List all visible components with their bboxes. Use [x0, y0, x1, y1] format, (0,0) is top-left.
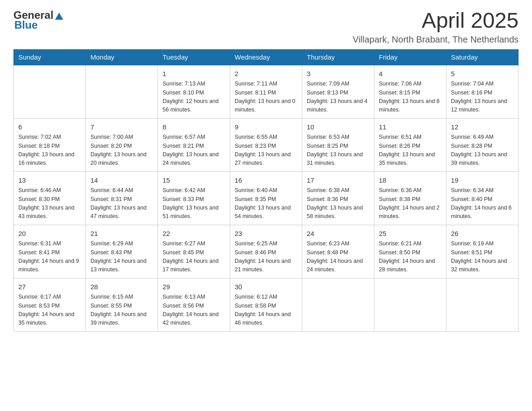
day-number: 20 — [18, 229, 81, 239]
day-info: Sunrise: 6:34 AMSunset: 8:40 PMDaylight:… — [451, 186, 514, 221]
calendar-cell: 18Sunrise: 6:36 AMSunset: 8:38 PMDayligh… — [374, 171, 446, 225]
calendar-cell: 12Sunrise: 6:49 AMSunset: 8:28 PMDayligh… — [446, 118, 519, 171]
header-day-saturday: Saturday — [446, 49, 519, 65]
day-info: Sunrise: 6:13 AMSunset: 8:56 PMDaylight:… — [163, 293, 225, 328]
day-info: Sunrise: 6:25 AMSunset: 8:46 PMDaylight:… — [235, 240, 297, 274]
calendar-cell: 7Sunrise: 7:00 AMSunset: 8:20 PMDaylight… — [86, 118, 158, 171]
calendar-cell: 20Sunrise: 6:31 AMSunset: 8:41 PMDayligh… — [14, 225, 86, 278]
logo: General Blue — [13, 9, 64, 31]
day-number: 15 — [163, 176, 225, 186]
day-info: Sunrise: 7:02 AMSunset: 8:18 PMDaylight:… — [18, 133, 81, 168]
day-info: Sunrise: 6:23 AMSunset: 8:48 PMDaylight:… — [307, 240, 369, 274]
week-row-3: 13Sunrise: 6:46 AMSunset: 8:30 PMDayligh… — [14, 171, 519, 225]
calendar-cell: 14Sunrise: 6:44 AMSunset: 8:31 PMDayligh… — [86, 171, 158, 225]
day-info: Sunrise: 6:49 AMSunset: 8:28 PMDaylight:… — [451, 133, 514, 168]
day-info: Sunrise: 6:51 AMSunset: 8:26 PMDaylight:… — [379, 133, 442, 168]
day-info: Sunrise: 6:46 AMSunset: 8:30 PMDaylight:… — [18, 186, 81, 221]
calendar-cell: 1Sunrise: 7:13 AMSunset: 8:10 PMDaylight… — [158, 65, 230, 119]
logo-triangle-icon — [54, 11, 64, 21]
day-number: 22 — [163, 229, 225, 239]
calendar-cell: 4Sunrise: 7:06 AMSunset: 8:15 PMDaylight… — [374, 65, 446, 119]
calendar-cell: 28Sunrise: 6:15 AMSunset: 8:55 PMDayligh… — [86, 278, 158, 331]
svg-marker-0 — [55, 13, 63, 20]
title-section: April 2025 Villapark, North Brabant, The… — [352, 9, 519, 45]
header-day-sunday: Sunday — [14, 49, 86, 65]
calendar-cell: 5Sunrise: 7:04 AMSunset: 8:16 PMDaylight… — [446, 65, 519, 119]
calendar-cell: 27Sunrise: 6:17 AMSunset: 8:53 PMDayligh… — [14, 278, 86, 331]
calendar-body: 1Sunrise: 7:13 AMSunset: 8:10 PMDaylight… — [14, 65, 519, 332]
calendar-cell — [374, 278, 446, 331]
calendar-cell: 3Sunrise: 7:09 AMSunset: 8:13 PMDaylight… — [302, 65, 374, 119]
day-info: Sunrise: 6:36 AMSunset: 8:38 PMDaylight:… — [379, 186, 442, 221]
day-number: 29 — [163, 282, 225, 292]
month-title: April 2025 — [352, 9, 519, 33]
day-number: 14 — [90, 176, 153, 186]
calendar-cell: 21Sunrise: 6:29 AMSunset: 8:43 PMDayligh… — [86, 225, 158, 278]
calendar-cell — [302, 278, 374, 331]
calendar-cell: 24Sunrise: 6:23 AMSunset: 8:48 PMDayligh… — [302, 225, 374, 278]
day-info: Sunrise: 6:19 AMSunset: 8:51 PMDaylight:… — [451, 240, 514, 274]
calendar-cell: 19Sunrise: 6:34 AMSunset: 8:40 PMDayligh… — [446, 171, 519, 225]
day-number: 5 — [451, 69, 514, 79]
location-title: Villapark, North Brabant, The Netherland… — [352, 34, 519, 45]
day-number: 30 — [235, 282, 297, 292]
day-info: Sunrise: 6:38 AMSunset: 8:36 PMDaylight:… — [307, 186, 369, 221]
header-row: SundayMondayTuesdayWednesdayThursdayFrid… — [14, 49, 519, 65]
day-number: 23 — [235, 229, 297, 239]
day-number: 21 — [90, 229, 153, 239]
calendar-table: SundayMondayTuesdayWednesdayThursdayFrid… — [13, 49, 519, 332]
day-number: 16 — [235, 176, 297, 186]
day-info: Sunrise: 6:27 AMSunset: 8:45 PMDaylight:… — [163, 240, 225, 274]
calendar-cell: 29Sunrise: 6:13 AMSunset: 8:56 PMDayligh… — [158, 278, 230, 331]
day-number: 11 — [379, 122, 442, 133]
calendar-cell: 2Sunrise: 7:11 AMSunset: 8:11 PMDaylight… — [230, 65, 302, 119]
header-day-wednesday: Wednesday — [230, 49, 302, 65]
calendar-cell: 22Sunrise: 6:27 AMSunset: 8:45 PMDayligh… — [158, 225, 230, 278]
day-number: 26 — [451, 229, 514, 239]
day-info: Sunrise: 7:11 AMSunset: 8:11 PMDaylight:… — [235, 80, 297, 115]
header-day-monday: Monday — [86, 49, 158, 65]
day-number: 6 — [18, 122, 81, 133]
header-day-thursday: Thursday — [302, 49, 374, 65]
day-info: Sunrise: 6:17 AMSunset: 8:53 PMDaylight:… — [18, 293, 81, 328]
calendar-cell — [86, 65, 158, 119]
day-info: Sunrise: 7:00 AMSunset: 8:20 PMDaylight:… — [90, 133, 153, 168]
day-number: 12 — [451, 122, 514, 133]
calendar-cell — [14, 65, 86, 119]
day-info: Sunrise: 6:15 AMSunset: 8:55 PMDaylight:… — [90, 293, 153, 328]
week-row-1: 1Sunrise: 7:13 AMSunset: 8:10 PMDaylight… — [14, 65, 519, 119]
logo-blue-text: Blue — [14, 19, 38, 31]
day-info: Sunrise: 6:53 AMSunset: 8:25 PMDaylight:… — [307, 133, 369, 168]
calendar-cell: 11Sunrise: 6:51 AMSunset: 8:26 PMDayligh… — [374, 118, 446, 171]
day-number: 8 — [163, 122, 225, 133]
day-number: 25 — [379, 229, 442, 239]
week-row-5: 27Sunrise: 6:17 AMSunset: 8:53 PMDayligh… — [14, 278, 519, 331]
day-info: Sunrise: 7:09 AMSunset: 8:13 PMDaylight:… — [307, 80, 369, 115]
calendar-cell: 8Sunrise: 6:57 AMSunset: 8:21 PMDaylight… — [158, 118, 230, 171]
day-info: Sunrise: 6:31 AMSunset: 8:41 PMDaylight:… — [18, 240, 81, 274]
day-info: Sunrise: 6:44 AMSunset: 8:31 PMDaylight:… — [90, 186, 153, 221]
day-number: 2 — [235, 69, 297, 79]
day-info: Sunrise: 6:21 AMSunset: 8:50 PMDaylight:… — [379, 240, 442, 274]
day-number: 13 — [18, 176, 81, 186]
calendar-cell — [446, 278, 519, 331]
calendar-cell: 15Sunrise: 6:42 AMSunset: 8:33 PMDayligh… — [158, 171, 230, 225]
calendar-cell: 16Sunrise: 6:40 AMSunset: 8:35 PMDayligh… — [230, 171, 302, 225]
day-info: Sunrise: 7:04 AMSunset: 8:16 PMDaylight:… — [451, 80, 514, 115]
page-header: General Blue April 2025 Villapark, North… — [13, 9, 519, 45]
day-number: 28 — [90, 282, 153, 292]
header-day-tuesday: Tuesday — [158, 49, 230, 65]
day-number: 10 — [307, 122, 369, 133]
calendar-cell: 10Sunrise: 6:53 AMSunset: 8:25 PMDayligh… — [302, 118, 374, 171]
day-info: Sunrise: 6:57 AMSunset: 8:21 PMDaylight:… — [163, 133, 225, 168]
day-info: Sunrise: 6:55 AMSunset: 8:23 PMDaylight:… — [235, 133, 297, 168]
day-number: 9 — [235, 122, 297, 133]
day-info: Sunrise: 6:29 AMSunset: 8:43 PMDaylight:… — [90, 240, 153, 274]
week-row-4: 20Sunrise: 6:31 AMSunset: 8:41 PMDayligh… — [14, 225, 519, 278]
day-info: Sunrise: 6:12 AMSunset: 8:58 PMDaylight:… — [235, 293, 297, 328]
day-number: 24 — [307, 229, 369, 239]
calendar-cell: 9Sunrise: 6:55 AMSunset: 8:23 PMDaylight… — [230, 118, 302, 171]
day-info: Sunrise: 6:42 AMSunset: 8:33 PMDaylight:… — [163, 186, 225, 221]
calendar-cell: 13Sunrise: 6:46 AMSunset: 8:30 PMDayligh… — [14, 171, 86, 225]
day-info: Sunrise: 7:13 AMSunset: 8:10 PMDaylight:… — [163, 80, 225, 115]
